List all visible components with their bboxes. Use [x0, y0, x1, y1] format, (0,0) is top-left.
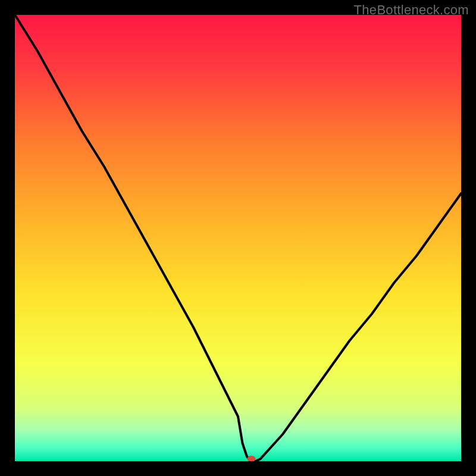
- chart-background: [15, 15, 461, 461]
- bottleneck-chart: [15, 15, 461, 461]
- chart-svg: [15, 15, 461, 461]
- chart-frame: TheBottleneck.com: [0, 0, 476, 476]
- watermark-label: TheBottleneck.com: [354, 2, 469, 18]
